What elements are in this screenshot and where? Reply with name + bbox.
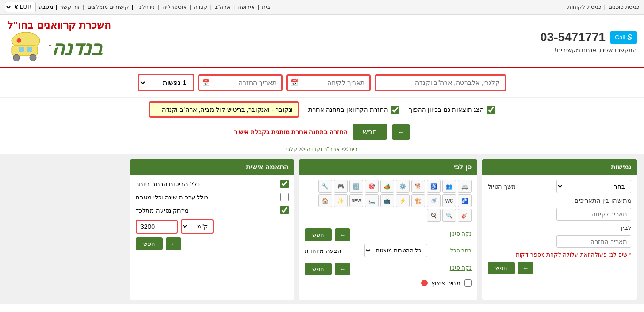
broadest-insurance-label: כלל הביטוח הרחב ביותר bbox=[136, 181, 200, 188]
reverse-checkbox[interactable] bbox=[487, 106, 495, 114]
return-calendar-icon: 📅 bbox=[202, 79, 210, 86]
personal-back-button[interactable]: ← bbox=[166, 237, 181, 250]
options-row: הצג תוצאות גם בכיוון ההפוך החזרת הקרוואן… bbox=[0, 98, 644, 122]
nearby-checkbox[interactable] bbox=[391, 106, 399, 114]
icon-number[interactable]: 🔢 bbox=[349, 180, 363, 193]
pickup-date-wrap: 📅 bbox=[286, 74, 371, 91]
price-checkbox[interactable] bbox=[464, 279, 472, 287]
icon-bed[interactable]: 🛏️ bbox=[365, 194, 379, 207]
nav-contact[interactable]: זור קשר bbox=[60, 4, 80, 10]
trip-type-select[interactable]: בחר bbox=[556, 180, 631, 193]
skype-call-button[interactable]: S Call bbox=[610, 31, 637, 44]
icon-tool[interactable]: 🔧 bbox=[318, 180, 332, 193]
currency-select[interactable]: EUR € USD $ bbox=[5, 2, 36, 12]
destination-wrap bbox=[375, 74, 506, 91]
icon-screen[interactable]: NEW bbox=[349, 194, 363, 207]
nav-europe[interactable]: אירופה bbox=[238, 4, 255, 10]
special-select[interactable]: כל ההטבות מוצגות bbox=[364, 244, 427, 257]
dates-between-row: מתישהו בין התאריכים bbox=[488, 197, 631, 204]
flex-pickup-date[interactable] bbox=[556, 208, 631, 221]
icon-tv[interactable]: 📺 bbox=[380, 194, 394, 207]
breadcrumb-calgary[interactable]: קלגי bbox=[286, 146, 298, 152]
icon-shower[interactable]: 🚿 bbox=[427, 194, 441, 207]
icon-construction[interactable]: 🏗️ bbox=[411, 194, 425, 207]
amenities-panel-header: סן לפי bbox=[299, 159, 477, 175]
phone-row: S Call 03-5471771 bbox=[540, 30, 637, 45]
top-navigation: כניסת סוכנים | כניסת לקוחות בית | אירופה… bbox=[0, 0, 644, 15]
amenities-icons-grid: 🚐 👥 ♿ 🐕 ⚙️ 🏕️ 🎯 🔢 🎮 🔧 🚰 WC 🚿 🏗️ ⚡ 📺 🛏️ N… bbox=[305, 180, 472, 222]
flexibility-panel: גמישות בחר משך הטיול מתישהו בין התאריכים… bbox=[482, 159, 637, 300]
distance-input-row: ק"מ מייל bbox=[136, 219, 289, 234]
breadcrumb-home[interactable]: בית bbox=[349, 146, 358, 152]
nav-newzealand[interactable]: ניו זילנד bbox=[136, 4, 155, 10]
personal-search-button[interactable]: חפש bbox=[136, 237, 163, 250]
price-row: מחיר פיצוץ bbox=[305, 279, 472, 287]
top-nav-left: בית | אירופה | ארה"ב | קנדה | אוסטרליה |… bbox=[5, 2, 270, 12]
icon-game[interactable]: 🎮 bbox=[334, 180, 348, 193]
pickup-date-input[interactable] bbox=[286, 74, 371, 91]
flex-back-button[interactable]: ← bbox=[518, 262, 533, 274]
icon-electric[interactable]: ⚡ bbox=[396, 194, 410, 207]
currency-label: מטבע bbox=[38, 4, 53, 10]
return-note: החזרה בתחנה אחרת מותנית בקבלת אישור bbox=[234, 129, 348, 136]
nav-home[interactable]: בית bbox=[262, 4, 270, 10]
distance-value-input[interactable] bbox=[136, 220, 178, 234]
distance-label: מרחק נסיעה מתלכד bbox=[136, 207, 189, 214]
select-all-link[interactable]: בחר הכל bbox=[450, 247, 472, 254]
icon-wc[interactable]: WC bbox=[442, 194, 456, 207]
destination-input[interactable] bbox=[375, 74, 506, 91]
mid-actions-2: נקה סינון ← חפש bbox=[305, 260, 472, 275]
icon-cook[interactable]: 🍳 bbox=[427, 209, 441, 222]
main-back-button[interactable]: ← bbox=[392, 124, 410, 140]
icon-star[interactable]: ✨ bbox=[334, 194, 348, 207]
customer-login-link[interactable]: כניסת לקוחות bbox=[567, 4, 601, 10]
icon-music[interactable]: 🎸 bbox=[458, 209, 472, 222]
main-search-button[interactable]: חפש bbox=[353, 124, 387, 140]
flex-search-button[interactable]: חפש bbox=[488, 262, 515, 274]
return-station-input[interactable] bbox=[149, 101, 299, 118]
special-label: הצעה מיוחדת bbox=[305, 247, 342, 254]
distance-checkbox[interactable] bbox=[280, 206, 289, 214]
amenities-panel-body: 🚐 👥 ♿ 🐕 ⚙️ 🏕️ 🎯 🔢 🎮 🔧 🚰 WC 🚿 🏗️ ⚡ 📺 🛏️ N… bbox=[299, 175, 477, 291]
icon-wheelchair[interactable]: ♿ bbox=[427, 180, 441, 193]
bedding-checkbox[interactable] bbox=[280, 193, 289, 201]
nav-recommendations[interactable]: קישורים מומלצים bbox=[87, 4, 129, 10]
agent-login-link[interactable]: כניסת סוכנים bbox=[608, 4, 639, 10]
breadcrumb-usacanada[interactable]: ארה"ב וקנדה bbox=[307, 146, 340, 152]
distance-unit-select[interactable]: ק"מ מייל bbox=[181, 219, 214, 234]
nav-usa[interactable]: ארה"ב bbox=[215, 4, 230, 10]
mid-back-button-2[interactable]: ← bbox=[335, 263, 350, 275]
mid-search-button-2[interactable]: חפש bbox=[305, 263, 332, 275]
icon-gear[interactable]: ⚙️ bbox=[396, 180, 410, 193]
top-nav-right: כניסת סוכנים | כניסת לקוחות bbox=[567, 4, 639, 10]
clear-filter-link[interactable]: נקה סינון bbox=[450, 230, 472, 237]
clear-filter-link-2[interactable]: נקה סינון bbox=[450, 265, 472, 271]
icon-pet[interactable]: 🐕 bbox=[411, 180, 425, 193]
icon-search[interactable]: 🔍 bbox=[442, 209, 456, 222]
passengers-select[interactable]: 1 נפשות 2 נפשות 3 נפשות bbox=[138, 74, 194, 91]
mid-back-button[interactable]: ← bbox=[335, 228, 350, 241]
icon-water[interactable]: 🚰 bbox=[458, 194, 472, 207]
nav-australia[interactable]: אוסטרליה bbox=[162, 4, 187, 10]
flex-return-date[interactable] bbox=[556, 235, 631, 248]
special-request-row: בחר הכל כל ההטבות מוצגות הצעה מיוחדת bbox=[305, 244, 472, 257]
icon-home[interactable]: 🏠 bbox=[318, 194, 332, 207]
bedding-row: כולל ערכות שינה וכלי מטבח bbox=[136, 193, 289, 201]
header-left: S Call 03-5471771 התקשרו אלינו, אנחנו מק… bbox=[540, 30, 637, 53]
broadest-insurance-checkbox[interactable] bbox=[280, 180, 289, 188]
site-title: השכרת קרוואנים בחו"ל bbox=[7, 19, 111, 31]
icon-van[interactable]: 🚐 bbox=[458, 180, 472, 193]
icon-camp[interactable]: 🏕️ bbox=[380, 180, 394, 193]
icon-target[interactable]: 🎯 bbox=[365, 180, 379, 193]
return-date-input[interactable] bbox=[198, 74, 283, 91]
icon-people[interactable]: 👥 bbox=[442, 180, 456, 193]
between-label: לבין bbox=[621, 224, 631, 231]
nearby-label: החזרת הקרוואן בתחנה אחרת bbox=[308, 106, 388, 113]
nav-canada[interactable]: קנדה bbox=[194, 4, 207, 10]
phone-number[interactable]: 03-5471771 bbox=[540, 30, 606, 45]
dates-between-label: מתישהו בין התאריכים bbox=[575, 197, 631, 204]
search-btn-row: ← חפש החזרה בתחנה אחרת מותנית בקבלת אישו… bbox=[0, 122, 644, 145]
svg-point-2 bbox=[13, 54, 20, 61]
logo-train-icon: 🔴 bbox=[7, 31, 45, 64]
mid-search-button[interactable]: חפש bbox=[305, 228, 332, 241]
